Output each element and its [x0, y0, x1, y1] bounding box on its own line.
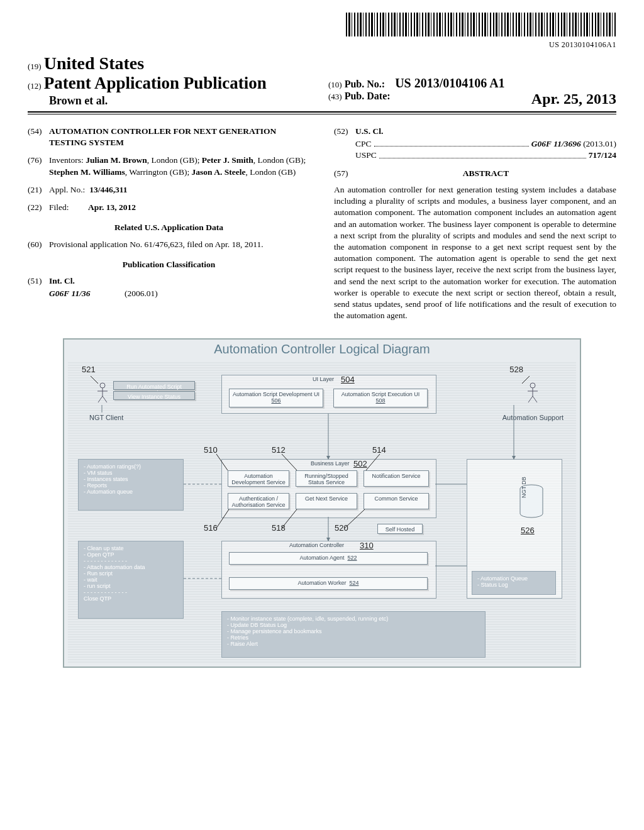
- ref-504: 504: [341, 375, 355, 384]
- ref-512: 512: [272, 445, 286, 455]
- header-block: (19) United States (12) Patent Applicati…: [28, 53, 616, 108]
- intcl-label: Int. Cl.: [49, 276, 75, 285]
- top-box-run-scripts: Run Automated Script Searches: [113, 381, 195, 390]
- pub-classification-heading: Publication Classification: [28, 259, 310, 270]
- ref-310: 310: [360, 541, 374, 550]
- dots-2: [379, 150, 586, 158]
- top-box-view-status: View Instance Status: [113, 391, 195, 400]
- barcode-area: US 20130104106A1: [28, 13, 616, 50]
- right-column: (52) U.S. Cl. CPC G06F 11/3696 (2013.01)…: [328, 126, 616, 322]
- ref-514: 514: [372, 445, 386, 455]
- cpc-label: CPC: [355, 138, 372, 150]
- ref-520: 520: [335, 523, 348, 533]
- code-57: (57): [334, 168, 355, 182]
- ref-516: 516: [204, 523, 218, 533]
- inventors-list: Julian M. Brown, London (GB); Peter J. S…: [49, 155, 306, 176]
- ref-521: 521: [82, 365, 96, 374]
- header-rule-thin: [28, 114, 616, 114]
- code-19: (19): [28, 62, 42, 71]
- filed-value: Apr. 13, 2012: [88, 202, 136, 212]
- ngt-client-label: NGT Client: [89, 414, 123, 421]
- header-rule-thick: [28, 111, 616, 113]
- code-43: (43): [328, 92, 342, 101]
- ref-518: 518: [272, 523, 286, 533]
- box-auth-service: Authentication / Authorisation Service: [228, 493, 289, 509]
- barcode-label: US 20130104106A1: [28, 40, 616, 50]
- ref-526: 526: [521, 526, 535, 535]
- ref-528: 528: [509, 365, 523, 374]
- left-panel-2: - Clean up state- Open QTP- - - - - - - …: [78, 541, 184, 619]
- author-line: Brown et al.: [28, 94, 316, 108]
- business-layer-label: Business Layer: [311, 460, 350, 467]
- dots-1: [374, 138, 529, 147]
- code-21: (21): [28, 184, 49, 196]
- uspc-value: 717/124: [589, 150, 616, 161]
- intcl-date: (2006.01): [125, 288, 158, 299]
- box-script-exec: Automation Script Execution UI508: [333, 389, 428, 407]
- automation-controller-outer: [221, 541, 436, 599]
- cpc-value: G06F 11/3696 (2013.01): [531, 138, 616, 150]
- box-automation-agent: Automation Agent 522: [229, 552, 428, 565]
- code-12: (12): [28, 81, 42, 91]
- svg-line-3: [98, 396, 103, 402]
- right-panel: - Automation Queue- Status Log: [472, 571, 556, 595]
- patent-page: US 20130104106A1 (19) United States (12)…: [14, 0, 630, 693]
- code-10: (10): [328, 80, 342, 89]
- box-notification-service: Notification Service: [364, 470, 429, 487]
- applno-value: 13/446,311: [89, 185, 127, 194]
- barcode-graphic: [346, 13, 616, 36]
- ui-layer-label: UI Layer: [313, 376, 334, 382]
- box-automation-worker: Automation Worker 524: [229, 577, 428, 590]
- box-script-dev: Automation Script Development UI506: [229, 389, 323, 407]
- pubno-value: US 2013/0104106 A1: [395, 76, 504, 90]
- automation-support-label: Automation Support: [502, 414, 564, 421]
- uspc-label: USPC: [355, 150, 377, 161]
- svg-point-5: [530, 383, 535, 388]
- ref-510: 510: [204, 445, 218, 455]
- figure-title: Automation Controller Logical Diagram: [64, 342, 580, 357]
- code-76: (76): [28, 155, 49, 177]
- related-data-heading: Related U.S. Application Data: [28, 222, 310, 233]
- publication-kind: Patent Application Publication: [44, 74, 267, 92]
- pubdate-label: Pub. Date:: [345, 91, 391, 101]
- applno-label: Appl. No.:: [49, 185, 85, 194]
- svg-line-8: [528, 396, 533, 402]
- intcl-class: G06F 11/36: [49, 288, 125, 299]
- left-panel-1: - Automation ratings(?)- VM status- Inst…: [78, 459, 184, 511]
- pubdate-value: Apr. 25, 2013: [531, 91, 616, 108]
- user-icon-left: [96, 382, 109, 404]
- code-22: (22): [28, 202, 49, 213]
- ngt-db-label: NGT DB: [521, 477, 527, 498]
- svg-point-0: [100, 383, 105, 388]
- pubno-label: Pub. No.:: [345, 79, 385, 89]
- left-column: (54) AUTOMATION CONTROLLER FOR NEXT GENE…: [28, 126, 328, 322]
- inventors-label: Inventors:: [49, 155, 84, 165]
- code-54: (54): [28, 126, 49, 148]
- filed-label: Filed:: [49, 202, 69, 212]
- code-60: (60): [28, 239, 49, 250]
- box-common-service: Common Service: [364, 493, 429, 509]
- box-auto-dev-service: Automation Development Service: [228, 470, 289, 487]
- ref-502: 502: [353, 459, 367, 468]
- provisional-text: Provisional application No. 61/476,623, …: [49, 239, 310, 250]
- svg-line-9: [533, 396, 537, 402]
- uscl-label: U.S. Cl.: [355, 126, 383, 136]
- abstract-text: An automation controller for next genera…: [334, 184, 616, 322]
- figure-wrap: Automation Controller Logical Diagram 52…: [28, 338, 616, 668]
- box-get-next-service: Get Next Service: [296, 493, 357, 509]
- automation-controller-label: Automation Controller: [289, 542, 344, 548]
- abstract-heading: ABSTRACT: [355, 168, 616, 179]
- box-self-hosted: Self Hosted: [377, 524, 423, 534]
- code-52: (52): [334, 126, 355, 137]
- user-icon-right: [526, 382, 540, 404]
- logical-diagram: Automation Controller Logical Diagram 52…: [63, 338, 581, 668]
- bottom-panel: - Monitor instance state (complete, idle…: [221, 611, 486, 658]
- svg-line-4: [103, 396, 107, 402]
- invention-title: AUTOMATION CONTROLLER FOR NEXT GENERATIO…: [49, 126, 310, 148]
- code-51: (51): [28, 275, 49, 287]
- country: United States: [44, 53, 144, 73]
- bibliographic-columns: (54) AUTOMATION CONTROLLER FOR NEXT GENE…: [28, 126, 616, 322]
- box-running-stopped: Running/Stopped Status Service: [296, 470, 357, 487]
